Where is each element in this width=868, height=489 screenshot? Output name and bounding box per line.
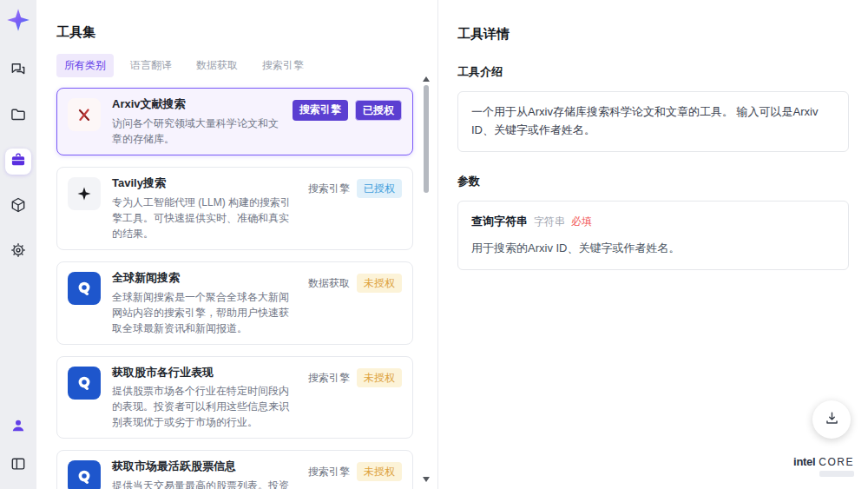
auth-status-badge: 已授权 <box>355 100 402 121</box>
core-brand-text: CORE <box>819 456 854 468</box>
tool-name: 获取市场最活跃股票信息 <box>112 459 297 475</box>
tab-search-engine[interactable]: 搜索引擎 <box>254 54 312 77</box>
sidebar-item-models[interactable] <box>5 194 31 220</box>
sidebar-item-settings[interactable] <box>5 239 31 265</box>
scrollbar-thumb[interactable] <box>424 85 429 193</box>
briefcase-icon <box>10 151 27 172</box>
folder-icon <box>10 106 27 127</box>
sidebar-item-account[interactable] <box>5 414 31 440</box>
panel-collapse-icon <box>10 455 27 476</box>
page-title: 工具集 <box>56 24 437 41</box>
param-type: 字符串 <box>534 214 565 230</box>
tool-description: 提供当天交易量最高的股票列表。投资者可以利用这些信息来识别流动性强的股票和潜在的… <box>112 478 297 489</box>
scroll-down-arrow[interactable] <box>423 477 430 482</box>
intel-core-logo: intelCORE <box>793 455 854 477</box>
category-badge: 搜索引擎 <box>308 179 350 198</box>
auth-status-badge: 未授权 <box>357 274 402 293</box>
sidebar-item-collapse[interactable] <box>5 453 31 479</box>
sidebar-item-files[interactable] <box>5 103 31 129</box>
intro-heading: 工具介绍 <box>457 64 849 80</box>
tool-name: Tavily搜索 <box>112 175 297 192</box>
tool-card[interactable]: 获取股市各行业表现 提供股票市场各个行业在特定时间段内的表现。投资者可以利用这些… <box>56 356 413 439</box>
sparkle-icon <box>68 177 101 210</box>
param-name: 查询字符串 <box>471 213 528 231</box>
search-q-icon <box>68 367 101 400</box>
params-heading: 参数 <box>457 174 849 189</box>
category-badge: 搜索引擎 <box>308 462 350 481</box>
tool-card[interactable]: 全球新闻搜索 全球新闻搜索是一个聚合全球各大新闻网站内容的搜索引擎，帮助用户快速… <box>56 261 413 345</box>
param-description: 用于搜索的Arxiv ID、关键字或作者姓名。 <box>471 240 835 258</box>
tool-card[interactable]: Arxiv文献搜索 访问各个研究领域大量科学论文和文章的存储库。 搜索引擎 已授… <box>56 88 413 155</box>
tool-list: Arxiv文献搜索 访问各个研究领域大量科学论文和文章的存储库。 搜索引擎 已授… <box>56 88 437 489</box>
auth-status-badge: 未授权 <box>357 368 402 387</box>
tool-name: Arxiv文献搜索 <box>112 96 281 113</box>
download-button[interactable] <box>812 400 851 439</box>
intel-badge-decoration <box>819 471 854 477</box>
parameter-card: 查询字符串 字符串 必填 用于搜索的Arxiv ID、关键字或作者姓名。 <box>457 201 849 270</box>
tool-name: 全球新闻搜索 <box>112 270 297 287</box>
category-tabs: 所有类别 语言翻译 数据获取 搜索引擎 <box>56 54 437 77</box>
tool-name: 获取股市各行业表现 <box>112 365 297 381</box>
category-badge: 搜索引擎 <box>308 368 350 387</box>
gear-icon <box>10 241 27 262</box>
intel-brand-text: intel <box>793 455 815 468</box>
sidebar-nav <box>5 58 31 265</box>
sidebar-item-chat[interactable] <box>5 58 31 84</box>
tab-all-categories[interactable]: 所有类别 <box>56 54 114 77</box>
category-badge: 搜索引擎 <box>293 100 348 121</box>
category-badge: 数据获取 <box>308 274 350 293</box>
search-q-icon <box>68 272 101 305</box>
tool-description: 全球新闻搜索是一个聚合全球各大新闻网站内容的搜索引擎，帮助用户快速获取全球最新资… <box>112 289 297 336</box>
search-q-icon <box>68 460 101 489</box>
tool-card[interactable]: Tavily搜索 专为人工智能代理 (LLM) 构建的搜索引擎工具。可快速提供实… <box>56 167 413 250</box>
tool-description: 专为人工智能代理 (LLM) 构建的搜索引擎工具。可快速提供实时、准确和真实的结… <box>112 195 297 241</box>
scroll-up-arrow[interactable] <box>423 76 430 82</box>
auth-status-badge: 未授权 <box>357 462 402 481</box>
list-scrollbar[interactable] <box>422 76 430 482</box>
tool-intro-text: 一个用于从Arxiv存储库搜索科学论文和文章的工具。 输入可以是Arxiv ID… <box>457 91 849 152</box>
user-icon <box>10 417 27 438</box>
tool-detail-panel: 工具详情 工具介绍 一个用于从Arxiv存储库搜索科学论文和文章的工具。 输入可… <box>437 0 868 489</box>
tool-description: 访问各个研究领域大量科学论文和文章的存储库。 <box>112 116 281 147</box>
cube-icon <box>10 196 27 217</box>
app-window: 工具集 所有类别 语言翻译 数据获取 搜索引擎 Arxiv文献搜索 访问各个研究… <box>0 0 868 489</box>
arxiv-logo-icon <box>68 98 101 131</box>
tool-description: 提供股票市场各个行业在特定时间段内的表现。投资者可以利用这些信息来识别表现优于或… <box>112 383 297 430</box>
app-logo <box>6 8 30 32</box>
tab-data-fetch[interactable]: 数据获取 <box>188 54 246 77</box>
sidebar-bottom <box>5 414 31 479</box>
tool-card[interactable]: 获取市场最活跃股票信息 提供当天交易量最高的股票列表。投资者可以利用这些信息来识… <box>56 450 413 489</box>
download-icon <box>824 410 840 430</box>
detail-title: 工具详情 <box>457 26 849 43</box>
tools-list-panel: 工具集 所有类别 语言翻译 数据获取 搜索引擎 Arxiv文献搜索 访问各个研究… <box>36 0 437 489</box>
tab-language-translation[interactable]: 语言翻译 <box>122 54 180 77</box>
param-required-badge: 必填 <box>571 214 592 230</box>
sidebar-item-tools[interactable] <box>5 149 31 175</box>
chat-icon <box>10 61 27 82</box>
sidebar <box>0 0 36 489</box>
auth-status-badge: 已授权 <box>357 179 402 198</box>
